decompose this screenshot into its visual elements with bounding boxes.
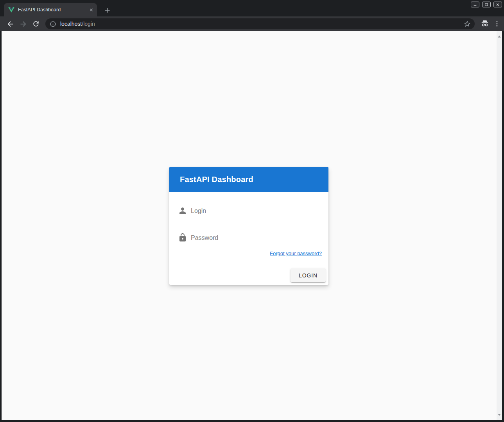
window-controls xyxy=(471,2,502,7)
scrollbar[interactable] xyxy=(497,31,502,420)
person-icon xyxy=(178,206,187,215)
tab-close-icon[interactable] xyxy=(88,7,95,13)
password-field-row xyxy=(178,232,322,244)
forgot-password-row: Forgot your password? xyxy=(178,250,322,257)
tab-strip: FastAPI Dashboard xyxy=(0,0,504,16)
reload-icon xyxy=(32,20,40,28)
login-card: FastAPI Dashboard xyxy=(169,167,328,285)
bookmark-star-icon[interactable] xyxy=(463,20,471,28)
card-actions: LOGIN xyxy=(178,268,326,282)
back-arrow-icon xyxy=(6,20,14,28)
scrollbar-up-arrow-icon[interactable] xyxy=(498,36,501,38)
login-card-title: FastAPI Dashboard xyxy=(180,175,253,184)
login-button[interactable]: LOGIN xyxy=(291,268,326,282)
window-minimize-button[interactable] xyxy=(471,2,479,7)
login-card-header: FastAPI Dashboard xyxy=(169,167,328,192)
url-text: localhost/login xyxy=(60,21,463,27)
browser-window: FastAPI Dashboard xyxy=(0,0,504,422)
tab-title: FastAPI Dashboard xyxy=(18,7,88,13)
new-tab-button[interactable] xyxy=(102,5,112,15)
forward-button[interactable] xyxy=(18,19,28,29)
site-info-icon[interactable] xyxy=(49,20,57,28)
login-card-body: Forgot your password? LOGIN xyxy=(169,192,328,285)
close-icon xyxy=(496,3,500,7)
window-close-button[interactable] xyxy=(493,2,502,7)
minimize-icon xyxy=(473,3,477,7)
back-button[interactable] xyxy=(5,19,15,29)
password-input[interactable] xyxy=(191,232,322,244)
maximize-icon xyxy=(484,3,488,7)
scrollbar-down-arrow-icon[interactable] xyxy=(498,414,501,416)
login-field-row xyxy=(178,192,322,217)
lock-icon xyxy=(178,233,187,242)
login-input[interactable] xyxy=(191,205,322,217)
url-path: /login xyxy=(82,21,95,27)
address-bar[interactable]: localhost/login xyxy=(45,18,475,29)
forward-arrow-icon xyxy=(19,20,27,28)
url-host: localhost xyxy=(60,21,82,27)
browser-tab[interactable]: FastAPI Dashboard xyxy=(4,3,97,16)
incognito-icon[interactable] xyxy=(480,19,490,29)
menu-kebab-icon[interactable] xyxy=(493,20,500,27)
window-maximize-button[interactable] xyxy=(482,2,491,7)
vue-logo-icon xyxy=(8,7,14,13)
forgot-password-link[interactable]: Forgot your password? xyxy=(270,250,322,256)
browser-toolbar: localhost/login xyxy=(0,16,504,31)
reload-button[interactable] xyxy=(31,19,41,29)
page-content: FastAPI Dashboard xyxy=(2,31,502,420)
